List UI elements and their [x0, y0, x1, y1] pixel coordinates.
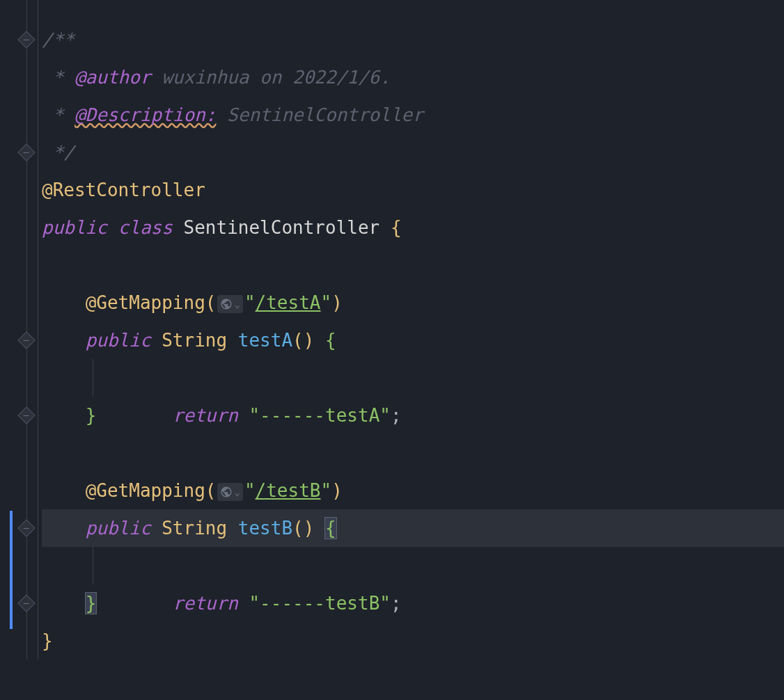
annotation-getmapping: @GetMapping — [86, 480, 205, 501]
code-line[interactable]: public String testA() { — [42, 321, 784, 359]
code-editor[interactable]: /** * @author wuxinhua on 2022/1/6. * @D… — [0, 0, 784, 660]
code-line[interactable]: */ — [42, 134, 784, 171]
code-line[interactable]: } — [42, 622, 784, 660]
fold-handle[interactable] — [17, 594, 35, 612]
change-marker — [10, 511, 13, 629]
code-line[interactable]: } — [42, 584, 784, 622]
code-line[interactable]: @GetMapping(⌄"/testB") — [42, 472, 784, 509]
url-path-link[interactable]: /testB — [256, 480, 321, 501]
url-path-link[interactable]: /testA — [256, 292, 321, 313]
gutter — [0, 0, 38, 660]
method-testb: testB — [238, 518, 292, 539]
annotation-getmapping: @GetMapping — [86, 292, 205, 313]
javadoc-author-tag: @author — [75, 67, 151, 88]
code-line[interactable]: @RestController — [42, 171, 784, 209]
code-line[interactable] — [42, 246, 784, 284]
code-line[interactable]: * @author wuxinhua on 2022/1/6. — [42, 58, 784, 96]
fold-handle[interactable] — [17, 406, 35, 424]
url-mapping-icon[interactable]: ⌄ — [217, 295, 242, 313]
fold-handle[interactable] — [17, 143, 35, 161]
bracket-match: { — [325, 518, 336, 539]
code-line[interactable]: /** — [42, 21, 784, 58]
fold-handle[interactable] — [17, 519, 35, 536]
code-line[interactable]: @GetMapping(⌄"/testA") — [42, 284, 784, 321]
code-line[interactable]: return "------testA"; — [42, 359, 784, 397]
code-line[interactable]: * @Description: SentinelController — [42, 96, 784, 134]
annotation-restcontroller: @RestController — [42, 180, 205, 200]
fold-handle[interactable] — [17, 31, 35, 48]
method-testa: testA — [238, 330, 292, 351]
url-mapping-icon[interactable]: ⌄ — [217, 483, 242, 501]
code-line[interactable]: } — [42, 397, 784, 434]
chevron-down-icon: ⌄ — [234, 299, 240, 309]
chevron-down-icon: ⌄ — [234, 487, 240, 497]
code-line[interactable]: return "------testB"; — [42, 547, 784, 584]
javadoc-description-tag: @Description: — [75, 104, 217, 125]
code-line-current[interactable]: public String testB() { — [42, 509, 784, 547]
fold-handle[interactable] — [17, 331, 35, 349]
code-line[interactable] — [42, 434, 784, 472]
bracket-match: } — [86, 593, 97, 614]
code-line[interactable]: public class SentinelController { — [42, 209, 784, 246]
